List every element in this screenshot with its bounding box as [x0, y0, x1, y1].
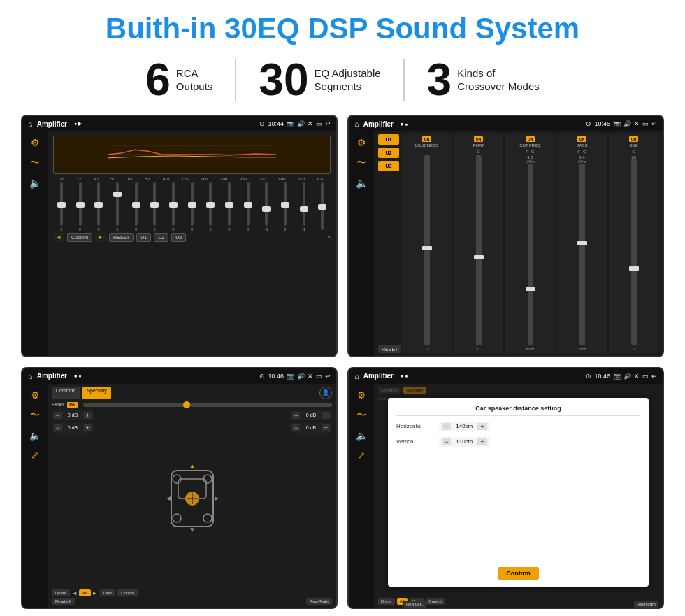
main-title: Buith-in 30EQ DSP Sound System — [106, 13, 579, 45]
loudness-slider[interactable] — [424, 155, 430, 345]
dialog-confirm-button[interactable]: Confirm — [498, 567, 539, 580]
eq-reset-btn[interactable]: RESET — [109, 233, 134, 242]
eq-next-btn[interactable]: ► — [95, 233, 106, 242]
bass-on-badge[interactable]: ON — [577, 136, 587, 142]
dlg-screen-title: Amplifier — [363, 372, 394, 380]
spk-minus-2[interactable]: − — [292, 412, 300, 419]
eq-content: 25 32 40 50 63 80 100 125 160 200 250 32… — [48, 131, 336, 355]
spk-plus-2[interactable]: + — [322, 412, 330, 419]
dialog-vertical-row: Vertical − 110cm + — [396, 437, 640, 447]
spk-rearleft-btn[interactable]: RearLeft — [52, 598, 75, 605]
dlg-rearright-btn[interactable]: RearRight — [634, 601, 658, 608]
spk-plus-0[interactable]: + — [84, 412, 92, 419]
eq-u1-btn[interactable]: U1 — [136, 233, 151, 242]
spk-home-icon[interactable]: ⌂ — [28, 372, 33, 380]
spk-wave-icon[interactable]: 〜 — [30, 409, 40, 422]
eq-status-icons: ⊙ 10:44 📷 🔊 ✕ ▭ ↩ — [259, 120, 331, 127]
spk-volume-icon2[interactable]: 🔈 — [29, 430, 41, 441]
eq-sliders-icon[interactable]: ⚙ — [31, 137, 40, 148]
amp-back-icon[interactable]: ↩ — [651, 120, 657, 127]
amp-volume-icon: 🔊 — [623, 120, 631, 127]
spk-tab-specialty[interactable]: Specialty — [82, 387, 110, 399]
loudness-label: LOUDNESS — [415, 143, 438, 148]
camera-icon: 📷 — [287, 120, 294, 127]
dlg-volume-icon: 🔊 — [623, 373, 631, 380]
amp-u1-btn[interactable]: U1 — [378, 134, 399, 145]
dialog-title: Car speaker distance setting — [396, 405, 640, 416]
dialog-horizontal-label: Horizontal — [396, 423, 435, 429]
eq-bottom-bar: ◄ Custom ► RESET U1 U2 U3 » — [53, 233, 331, 242]
amp-time: 10:45 — [594, 120, 610, 127]
spk-driver-btn[interactable]: Driver — [52, 589, 70, 596]
eq-u3-btn[interactable]: U3 — [171, 233, 186, 242]
dlg-bottom-bar-2: RearLef.. RearRight — [403, 601, 658, 608]
amp-reset-btn[interactable]: RESET — [378, 345, 401, 353]
dlg-home-icon[interactable]: ⌂ — [354, 372, 359, 380]
phat-slider[interactable] — [476, 155, 482, 345]
dlg-sliders-icon[interactable]: ⚙ — [357, 389, 366, 401]
eq-more-icon[interactable]: » — [328, 234, 331, 241]
eq-custom-btn[interactable]: Custom — [67, 233, 92, 242]
dialog-horizontal-stepper: − 140cm + — [439, 422, 490, 431]
amp-u3-btn[interactable]: U3 — [378, 161, 399, 171]
sub-slider[interactable] — [631, 159, 637, 345]
bass-slider[interactable] — [579, 164, 585, 345]
spk-plus-3[interactable]: + — [322, 424, 330, 431]
spk-tab-common[interactable]: Common — [52, 387, 80, 399]
spk-all-btn[interactable]: All — [79, 589, 91, 596]
dialog-horizontal-plus[interactable]: + — [477, 423, 486, 430]
amp-channels-row: ON LOUDNESS ~~ 0 — [402, 134, 658, 352]
eq-u2-btn[interactable]: U2 — [154, 233, 168, 242]
spk-copilot-btn[interactable]: Copilot — [117, 589, 138, 596]
spk-minus-1[interactable]: − — [54, 424, 62, 431]
spk-rearright-btn[interactable]: RearRight — [306, 598, 332, 605]
stat-eq-label: EQ Adjustable Segments — [315, 66, 381, 94]
dialog-horizontal-minus[interactable]: − — [442, 423, 451, 430]
cutfreq-label: CUT FREQ — [519, 143, 541, 148]
eq-icon-rect: ▭ — [316, 120, 322, 127]
spk-chevron-left-icon[interactable]: ◄ — [72, 590, 78, 596]
spk-minus-0[interactable]: − — [54, 412, 62, 419]
loudness-on-badge[interactable]: ON — [422, 136, 432, 142]
amp-sliders-icon[interactable]: ⚙ — [357, 137, 366, 148]
spk-user-btn[interactable]: User — [100, 589, 116, 596]
dlg-back-icon[interactable]: ↩ — [651, 373, 657, 380]
amp-home-icon[interactable]: ⌂ — [354, 120, 359, 128]
dlg-rearleft-btn[interactable]: RearLef.. — [403, 601, 426, 608]
eq-slider-2: 0 — [90, 182, 107, 231]
spk-profile-icon[interactable]: 👤 — [319, 387, 332, 399]
spk-back-icon[interactable]: ↩ — [325, 373, 331, 380]
dlg-expand-icon[interactable]: ⤢ — [357, 450, 366, 461]
dlg-wave-icon[interactable]: 〜 — [356, 409, 366, 422]
spk-chevron-right-icon[interactable]: ► — [92, 590, 98, 596]
fader-knob[interactable] — [183, 401, 190, 408]
back-icon[interactable]: ↩ — [325, 120, 331, 127]
dialog-vertical-plus[interactable]: + — [477, 438, 486, 445]
spk-expand-icon[interactable]: ⤢ — [31, 450, 39, 461]
amp-volume-icon2[interactable]: 🔈 — [356, 178, 368, 189]
home-icon[interactable]: ⌂ — [28, 120, 33, 128]
amp-status-icons: ⊙ 10:45 📷 🔊 ✕ ▭ ↩ — [586, 120, 657, 127]
cutfreq-on-badge[interactable]: ON — [526, 136, 535, 142]
cutfreq-slider[interactable] — [528, 164, 533, 345]
screens-grid: ⌂ Amplifier ● ▶ ⊙ 10:44 📷 🔊 ✕ ▭ ↩ ⚙ 〜 🔈 — [21, 115, 664, 609]
sub-on-badge[interactable]: ON — [629, 136, 639, 142]
eq-prev-btn[interactable]: ◄ — [53, 233, 64, 242]
eq-volume-icon[interactable]: 🔈 — [29, 178, 41, 189]
spk-bottom-bar: Driver ◄ All ► User Copilot — [52, 589, 332, 596]
spk-db-val-3: 0 dB — [301, 425, 320, 430]
spk-minus-3[interactable]: − — [292, 424, 300, 431]
eq-wave-icon[interactable]: 〜 — [30, 157, 40, 169]
spk-plus-1[interactable]: + — [84, 424, 92, 431]
spk-fader-on[interactable]: ON — [67, 402, 78, 408]
amp-wave-icon[interactable]: 〜 — [356, 157, 366, 169]
dialog-vertical-minus[interactable]: − — [442, 438, 451, 445]
stat-rca: 6 RCA Outputs — [123, 57, 235, 102]
phat-on-badge[interactable]: ON — [474, 136, 484, 142]
eq-slider-1: 0 — [72, 182, 89, 231]
amp-u2-btn[interactable]: U2 — [378, 148, 399, 158]
dlg-driver-btn[interactable]: Driver — [378, 598, 395, 605]
spk-sliders-icon[interactable]: ⚙ — [31, 389, 40, 401]
dlg-volume-icon2[interactable]: 🔈 — [356, 430, 368, 441]
eq-slider-7: 0 — [184, 182, 201, 231]
